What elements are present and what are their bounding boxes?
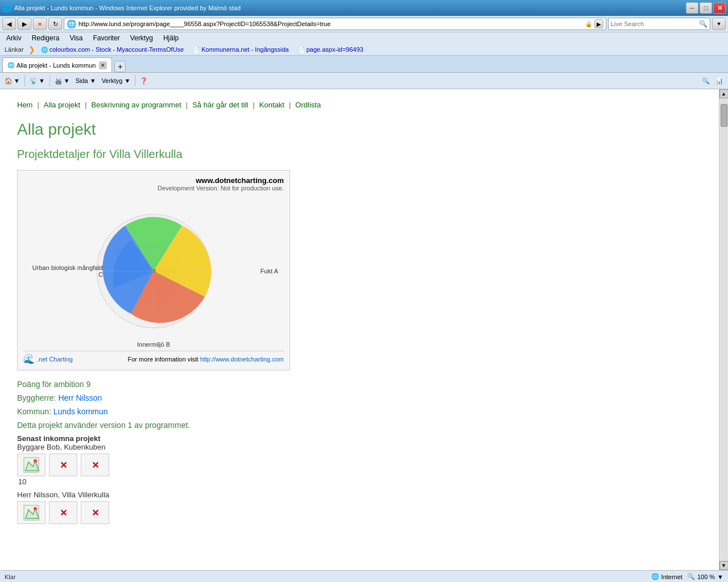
toolbar-feeds[interactable]: 📡 ▼ — [27, 74, 47, 88]
go-button[interactable]: ▶ — [594, 19, 603, 28]
refresh-button[interactable]: ↻ — [48, 18, 62, 30]
scroll-thumb[interactable] — [721, 104, 727, 127]
chart-label-left: Urban biologisk mångfald C — [29, 264, 103, 278]
menu-redigera[interactable]: Redigera — [30, 34, 61, 43]
help-icon: ❓ — [140, 77, 148, 85]
fav-kommunerna[interactable]: 📄 Kommunerna.net - Ingångssida — [193, 46, 288, 53]
toolbar-help[interactable]: ❓ — [138, 74, 150, 88]
toolbar-home[interactable]: 🏠 ▼ — [2, 74, 22, 88]
stop-button[interactable]: ✕ — [33, 18, 47, 30]
status-right: 🌐 Internet 🔍 100 % ▼ — [651, 573, 723, 580]
nav-hem[interactable]: Hem — [17, 101, 32, 109]
nav-ordlista[interactable]: Ordlista — [295, 101, 321, 109]
tab-close-button[interactable]: ✕ — [99, 61, 107, 69]
kommun-value[interactable]: Lunds kommun — [53, 407, 108, 416]
close-button[interactable]: ✕ — [713, 2, 726, 14]
fav-kommunerna-icon: 📄 — [193, 47, 200, 53]
chart-footer-info: For more information visit http://www.do… — [127, 356, 284, 363]
navigation-bar: ◀ ▶ ✕ ↻ 🌐 http://www.lund.se/program/pag… — [0, 16, 728, 32]
chart-footer-text: For more information visit — [127, 356, 198, 363]
status-zoom[interactable]: 🔍 100 % ▼ — [687, 573, 723, 580]
menu-favoriter[interactable]: Favoriter — [92, 34, 122, 43]
title-bar: 🌐 Alla projekt - Lunds kommun - Windows … — [0, 0, 728, 16]
fav-page-icon: 📄 — [298, 47, 305, 53]
nav-alla-projekt[interactable]: Alla projekt — [44, 101, 80, 109]
forward-button[interactable]: ▶ — [18, 18, 31, 30]
scroll-up-button[interactable]: ▲ — [719, 89, 729, 98]
new-tab-button[interactable]: + — [114, 61, 126, 72]
site-navigation: Hem | Alla projekt | Beskrivning av prog… — [17, 101, 702, 109]
status-zone: 🌐 Internet — [651, 573, 682, 580]
window-title: Alla projekt - Lunds kommun - Windows In… — [14, 5, 241, 11]
svg-point-10 — [34, 459, 37, 463]
chart-footer-link[interactable]: http://www.dotnetcharting.com — [200, 356, 284, 363]
project-map-btn-2[interactable] — [17, 501, 46, 524]
project-delete-btn-1b[interactable]: ✕ — [81, 454, 109, 476]
toolbar-page[interactable]: Sida ▼ — [73, 74, 98, 88]
ssl-icon: 🔒 — [585, 21, 592, 27]
chart-watermark-main: www.dotnetcharting.com — [23, 176, 284, 185]
menu-bar: Arkiv Redigera Visa Favoriter Verktyg Hj… — [0, 32, 728, 44]
maximize-button[interactable]: □ — [700, 2, 712, 14]
project-name-2: Herr Nilsson, Villa Villerkulla — [17, 490, 702, 499]
byggherre-line: Byggherre: Herr Nilsson — [17, 393, 702, 402]
url-text: http://www.lund.se/program/page____96558… — [78, 20, 583, 27]
back-button[interactable]: ◀ — [2, 18, 16, 30]
chart-area: Urban biologisk mångfald C Fukt A Innerm… — [23, 192, 284, 351]
nav-kontakt[interactable]: Kontakt — [259, 101, 284, 109]
favorites-bar: Länkar ❯ 🌐 colourbox.com - Stock - Myacc… — [0, 44, 728, 56]
zone-text: Internet — [661, 573, 682, 580]
page-area: Hem | Alla projekt | Beskrivning av prog… — [0, 89, 719, 570]
nav-beskrivning[interactable]: Beskrivning av programmet — [92, 101, 181, 109]
scroll-track[interactable] — [720, 98, 728, 561]
browser-content: Hem | Alla projekt | Beskrivning av prog… — [0, 89, 728, 570]
extra-icon: 📊 — [715, 77, 723, 85]
scrollbar[interactable]: ▲ ▼ — [719, 89, 728, 570]
recent-title: Senast inkomna projekt — [17, 434, 702, 443]
ambition-line: Poäng för ambition 9 — [17, 380, 702, 389]
menu-visa[interactable]: Visa — [68, 34, 84, 43]
toolbar-verktyg[interactable]: Verktyg ▼ — [100, 74, 133, 88]
chart-logo-icon: 🌊 — [23, 354, 35, 364]
project-delete-btn-1a[interactable]: ✕ — [49, 454, 77, 476]
search-input[interactable] — [611, 20, 699, 27]
tab-alla-projekt[interactable]: 🌐 Alla projekt - Lunds kommun ✕ — [2, 57, 112, 72]
project-delete-btn-2a[interactable]: ✕ — [49, 501, 77, 524]
byggherre-value[interactable]: Herr Nilsson — [58, 393, 102, 402]
map-icon-2 — [23, 504, 40, 521]
project-score-1: 10 — [18, 477, 702, 486]
chart-logo: 🌊 .net Charting — [23, 354, 73, 364]
project-item-2: Herr Nilsson, Villa Villerkulla ✕ ✕ — [17, 490, 702, 524]
toolbar-sep-1 — [24, 75, 25, 86]
toolbar-right: 🔍 📊 — [700, 74, 726, 88]
menu-verktyg[interactable]: Verktyg — [129, 34, 155, 43]
toolbar-research[interactable]: 🔍 — [700, 74, 712, 88]
project-subtitle: Projektdetaljer för Villa Villerkulla — [17, 148, 702, 161]
menu-arkiv[interactable]: Arkiv — [5, 34, 23, 43]
fav-colourbox[interactable]: 🌐 colourbox.com - Stock - Myaccount-Term… — [41, 46, 184, 53]
project-map-btn-1[interactable] — [17, 454, 46, 476]
address-bar[interactable]: 🌐 http://www.lund.se/program/page____965… — [64, 18, 606, 30]
toolbar-print[interactable]: 🖨️ ▼ — [52, 74, 72, 88]
fav-page[interactable]: 📄 page.aspx-id=96493 — [298, 46, 363, 53]
project-buttons-2: ✕ ✕ — [17, 501, 702, 524]
search-options-button[interactable]: ▼ — [712, 18, 726, 30]
zoom-icon: 🔍 — [687, 573, 695, 580]
chart-logo-text: .net Charting — [37, 356, 73, 363]
search-icon[interactable]: 🔍 — [699, 20, 708, 28]
kommun-line: Kommun: Lunds kommun — [17, 407, 702, 416]
nav-sa-har[interactable]: Så här går det till — [192, 101, 248, 109]
page-title: Alla projekt — [17, 120, 702, 139]
toolbar-extra[interactable]: 📊 — [713, 74, 726, 88]
feeds-icon: 📡 — [30, 77, 38, 85]
kommun-label: Kommun: — [17, 407, 51, 416]
chart-label-bottom: Innermiljö B — [137, 341, 170, 348]
menu-hjalp[interactable]: Hjälp — [162, 34, 180, 43]
scroll-down-button[interactable]: ▼ — [719, 561, 729, 570]
chart-container: www.dotnetcharting.com Development Versi… — [17, 170, 290, 371]
program-text: Detta projekt använder version 1 av prog… — [17, 421, 190, 430]
project-delete-btn-2b[interactable]: ✕ — [81, 501, 109, 524]
zone-icon: 🌐 — [651, 573, 659, 580]
minimize-button[interactable]: ─ — [686, 2, 698, 14]
toolbar: 🏠 ▼ 📡 ▼ 🖨️ ▼ Sida ▼ Verktyg ▼ ❓ 🔍 📊 — [0, 73, 728, 89]
